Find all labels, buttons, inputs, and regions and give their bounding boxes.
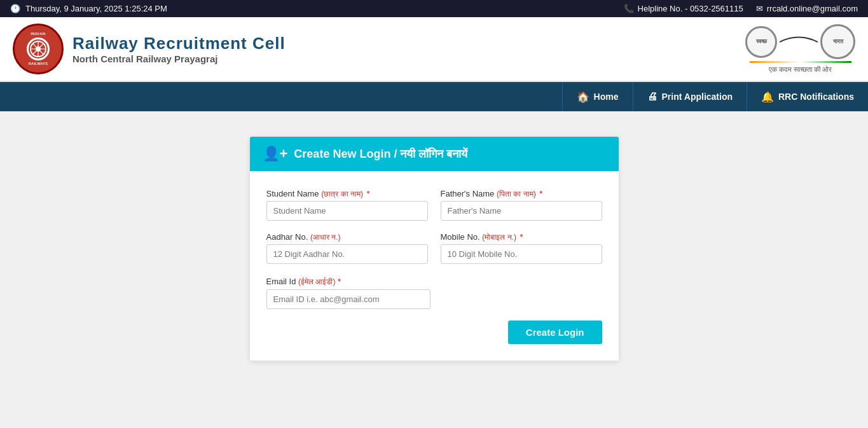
nav-print-label: Print Application: [662, 92, 733, 102]
form-row-2: Aadhar No. (आधार न.) Mobile No. (मोबाइल …: [266, 232, 602, 264]
form-actions: Create Login: [266, 321, 602, 344]
aadhar-no-label: Aadhar No. (आधार न.): [266, 232, 428, 242]
header-right: स्वच्छ भारत एक कदम स्वच्छता की ओर: [745, 24, 855, 74]
swachh-circles: स्वच्छ भारत: [745, 24, 855, 59]
header-left: INDIAN RAILWAYS Railway Recruitment Cell…: [13, 24, 286, 74]
student-name-label: Student Name (छात्र का नाम) *: [266, 189, 428, 198]
mobile-no-group: Mobile No. (मोबाइल न.) *: [441, 232, 602, 264]
email-id-input[interactable]: [266, 289, 431, 309]
nav-notifications[interactable]: RRC Notifications: [747, 82, 868, 111]
email-contact: rrcald.online@gmail.com: [756, 4, 858, 13]
swachh-circle1: स्वच्छ: [745, 26, 777, 58]
swachh-tricolor-line: [750, 61, 851, 63]
nav-home-label: Home: [594, 92, 619, 102]
fathers-name-input[interactable]: [441, 201, 602, 221]
create-login-form-card: 👤+ Create New Login / नयी लॉगिन बनायें S…: [250, 137, 619, 361]
bell-icon: [761, 91, 774, 103]
email-section: Email Id (ईमेल आईडी) *: [266, 275, 602, 309]
swachh-curve-icon: [780, 32, 818, 52]
aadhar-no-input[interactable]: [266, 244, 428, 264]
logo-inner: INDIAN RAILWAYS: [27, 32, 50, 67]
mail-icon: [756, 4, 763, 13]
email-text: rrcald.online@gmail.com: [767, 4, 858, 13]
form-row-1: Student Name (छात्र का नाम) * Father's N…: [266, 189, 602, 221]
form-title: Create New Login / नयी लॉगिन बनायें: [294, 148, 467, 161]
top-bar: Thursday, 9 January, 2025 1:25:24 PM Hel…: [0, 0, 868, 17]
email-label-combined: Email Id (ईमेल आईडी) *: [266, 277, 341, 286]
student-name-input[interactable]: [266, 201, 428, 221]
datetime-section: Thursday, 9 January, 2025 1:25:24 PM: [10, 4, 167, 13]
aadhar-no-group: Aadhar No. (आधार न.): [266, 232, 428, 264]
nav-home[interactable]: Home: [562, 82, 633, 111]
home-icon: [577, 91, 589, 103]
mobile-no-input[interactable]: [441, 244, 602, 264]
datetime-text: Thursday, 9 January, 2025 1:25:24 PM: [25, 4, 167, 13]
clock-icon: [10, 4, 20, 13]
swachh-circle2: भारत: [820, 24, 855, 59]
helpline-text: Helpline No. - 0532-2561115: [638, 4, 743, 13]
phone-icon: [624, 4, 634, 13]
swachh-tagline: एक कदम स्वच्छता की ओर: [769, 66, 832, 74]
main-content: 👤+ Create New Login / नयी लॉगिन बनायें S…: [0, 111, 868, 423]
form-body: Student Name (छात्र का नाम) * Father's N…: [250, 171, 619, 361]
form-header: 👤+ Create New Login / नयी लॉगिन बनायें: [250, 137, 619, 171]
print-icon: [647, 91, 658, 102]
contact-section: Helpline No. - 0532-2561115 rrcald.onlin…: [624, 4, 858, 13]
org-logo: INDIAN RAILWAYS: [13, 24, 64, 74]
student-name-group: Student Name (छात्र का नाम) *: [266, 189, 428, 221]
fathers-name-label: Father's Name (पिता का नाम) *: [441, 189, 602, 198]
swachh-logo: स्वच्छ भारत एक कदम स्वच्छता की ओर: [745, 24, 855, 74]
nav-print[interactable]: Print Application: [633, 82, 747, 111]
org-sub: North Central Railway Prayagraj: [72, 53, 286, 64]
nav-notifications-label: RRC Notifications: [778, 92, 854, 102]
header-title: Railway Recruitment Cell North Central R…: [72, 34, 286, 64]
org-name: Railway Recruitment Cell: [72, 34, 286, 53]
mobile-no-label: Mobile No. (मोबाइल न.) *: [441, 232, 602, 242]
helpline-contact: Helpline No. - 0532-2561115: [624, 4, 743, 13]
navbar: Home Print Application RRC Notifications: [0, 82, 868, 111]
header: INDIAN RAILWAYS Railway Recruitment Cell…: [0, 17, 868, 82]
create-login-button[interactable]: Create Login: [508, 321, 602, 344]
user-add-icon: 👤+: [263, 146, 288, 162]
fathers-name-group: Father's Name (पिता का नाम) *: [441, 189, 602, 221]
